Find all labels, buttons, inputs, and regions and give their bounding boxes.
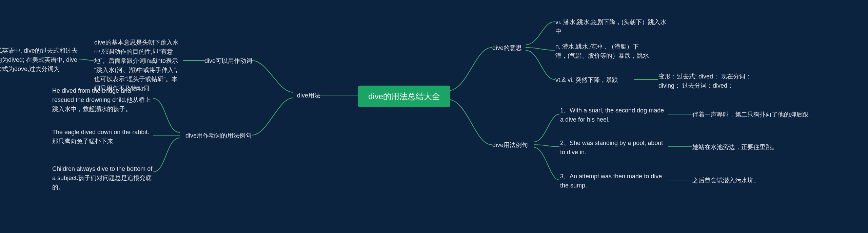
left-verb-desc: dive的基本意思是头朝下跳入水中,强调动作的目的性,即“有意地”。后面常跟介词… (94, 38, 182, 93)
right-meaning-vi: vi. 潜水,跳水,急剧下降，(头朝下）跳入水中 (555, 18, 671, 36)
left-examples-label[interactable]: dive用作动词的用法例句 (180, 131, 252, 140)
right-meaning-label[interactable]: dive的意思 (492, 43, 526, 53)
right-ex1-en: 1、With a snarl, the second dog made a di… (560, 106, 669, 124)
right-meaning-n: n. 潜水,跳水,俯冲，（潜艇）下潜，(气温、股价等的）暴跌，跳水 (555, 42, 650, 60)
left-verb-desc2: 在英式英语中, dive的过去式和过去分词均为dived; 在美式英语中, di… (0, 46, 79, 83)
center-node[interactable]: dive的用法总结大全 (358, 86, 450, 107)
right-meaning-vt: vt.& vi. 突然下降，暴跌 (555, 75, 633, 85)
mindmap-canvas: dive的用法总结大全 dive用法 dive可以用作动词 dive的基本意思是… (0, 0, 868, 233)
right-ex2-en: 2、She was standing by a pool, about to d… (560, 139, 669, 157)
right-ex2-zh: 她站在水池旁边，正要往里跳。 (692, 143, 801, 152)
right-ex1-zh: 伴着一声嗥叫，第二只狗扑向了他的脚后跟。 (692, 110, 814, 119)
right-examples-label[interactable]: dive用法例句 (492, 141, 536, 150)
left-verb-label[interactable]: dive可以用作动词 (198, 56, 252, 66)
left-usage-label[interactable]: dive用法 (293, 91, 320, 100)
right-ex3-zh: 之后曾尝试潜入污水坑。 (692, 176, 801, 185)
left-ex3: Children always dive to the bottom of a … (52, 164, 154, 192)
left-ex2: The eagle dived down on the rabbit.那只鹰向兔… (52, 128, 154, 146)
right-meaning-forms: 变形：过去式: dived； 现在分词：diving； 过去分词：dived； (658, 72, 767, 90)
left-ex1: He dived from the bridge and rescued the… (52, 86, 154, 114)
right-ex3-en: 3、An attempt was then made to dive the s… (560, 172, 669, 190)
